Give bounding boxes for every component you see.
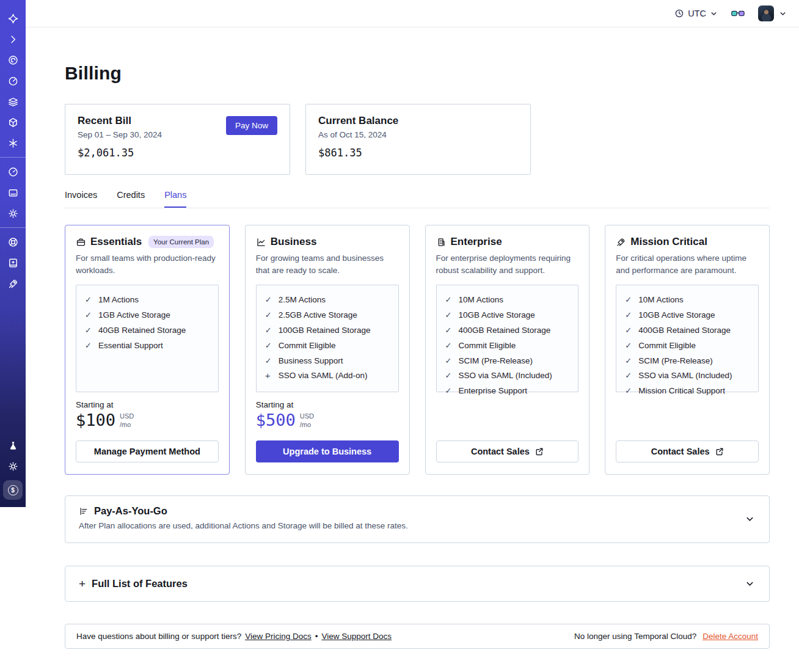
full-features-accordion[interactable]: + Full List of Features	[65, 566, 770, 602]
check-icon: ✓	[445, 341, 453, 351]
plan-feature: ✓ SSO via SAML (Included)	[625, 371, 750, 381]
plan-feature: ✓ 10GB Active Storage	[625, 310, 750, 321]
sidebar-item-billing-active[interactable]: $	[3, 480, 23, 500]
labs-flask-icon[interactable]	[0, 435, 26, 456]
docs-book-icon[interactable]	[0, 252, 26, 273]
tab-credits[interactable]: Credits	[117, 190, 145, 208]
plan-feature-list: ✓ 10M Actions ✓ 10GB Active Storage ✓ 40…	[616, 285, 759, 392]
billing-panel-icon[interactable]	[0, 182, 26, 203]
check-icon: ✓	[445, 356, 453, 367]
plan-header: Essentials Your Current Plan	[76, 236, 219, 248]
plan-price-amount: $100	[76, 411, 115, 429]
recent-bill-card: Recent Bill Sep 01 – Sep 30, 2024 $2,061…	[65, 104, 290, 175]
view-pricing-docs-link[interactable]: View Pricing Docs	[245, 632, 312, 641]
payg-accordion[interactable]: Pay-As-You-Go After Plan allocations are…	[65, 495, 770, 543]
plan-feature-list: ✓ 1M Actions ✓ 1GB Active Storage ✓ 40GB…	[76, 285, 219, 392]
pay-now-button[interactable]: Pay Now	[226, 116, 277, 135]
usage-gauge-icon[interactable]	[0, 161, 26, 182]
plan-name: Enterprise	[451, 236, 502, 248]
support-lifebuoy-icon[interactable]	[0, 232, 26, 252]
current-plan-badge: Your Current Plan	[148, 236, 214, 248]
check-icon: ✓	[625, 371, 633, 381]
plan-feature: ✓ Enterprise Support	[445, 386, 570, 396]
user-menu[interactable]	[758, 5, 787, 21]
plan-card-business: Business For growing teams and businesse…	[245, 225, 410, 475]
namespaces-icon[interactable]	[0, 49, 26, 70]
check-icon: ✓	[625, 356, 633, 367]
check-icon: ✓	[265, 356, 273, 367]
plan-feature: ✓ SSO via SAML (Included)	[445, 371, 570, 381]
check-icon: ✓	[85, 341, 93, 351]
theme-sun-icon[interactable]	[0, 456, 26, 477]
footer-bar: Have questions about billing or support …	[65, 624, 770, 649]
clock-icon	[674, 9, 684, 18]
bar-chart-icon	[79, 506, 89, 516]
plan-feature: ✓ 10M Actions	[445, 295, 570, 305]
check-icon: ✓	[85, 295, 93, 305]
plan-price-block: Starting at $100 USD /mo	[76, 400, 219, 429]
plan-price-unit: USD /mo	[300, 412, 314, 429]
building-icon	[436, 237, 447, 247]
plan-description: For enterprise deployments requiring rob…	[436, 252, 579, 277]
view-support-docs-link[interactable]: View Support Docs	[321, 632, 392, 641]
getting-started-rocket-icon[interactable]	[0, 273, 26, 294]
check-icon: ✓	[625, 386, 633, 396]
plan-description: For growing teams and businesses that ar…	[256, 252, 399, 277]
plan-card-mission-critical: Mission Critical For critical operations…	[605, 225, 770, 475]
app-sidebar: $	[0, 0, 26, 507]
expand-sidebar-icon[interactable]	[0, 29, 26, 49]
current-balance-card: Current Balance As of Oct 15, 2024 $861.…	[305, 104, 531, 175]
contact-sales-button[interactable]: Contact Sales	[616, 440, 759, 462]
deployments-cube-icon[interactable]	[0, 112, 26, 133]
plans-row: Essentials Your Current Plan For small t…	[65, 225, 770, 475]
timezone-label: UTC	[688, 9, 706, 18]
glasses-icon[interactable]	[731, 9, 745, 18]
plan-feature: ✓ SCIM (Pre-Release)	[625, 356, 750, 367]
external-link-icon	[715, 447, 724, 456]
tab-plans[interactable]: Plans	[164, 190, 186, 208]
plan-description: For critical operations where uptime and…	[616, 252, 759, 277]
plan-feature: + SSO via SAML (Add-on)	[265, 371, 390, 381]
plan-feature-list: ✓ 10M Actions ✓ 10GB Active Storage ✓ 40…	[436, 285, 579, 392]
check-icon: ✓	[625, 341, 633, 351]
plan-name: Business	[271, 236, 317, 248]
chevron-down-icon	[779, 10, 787, 18]
manage-payment-method-button[interactable]: Manage Payment Method	[76, 440, 219, 462]
top-header: UTC	[26, 0, 799, 27]
plan-feature: ✓ Essential Support	[85, 341, 210, 351]
chevron-down-icon	[710, 10, 718, 18]
check-icon: ✓	[625, 295, 633, 305]
plan-feature: ✓ Business Support	[265, 356, 390, 367]
plus-icon: +	[265, 371, 273, 381]
check-icon: ✓	[265, 295, 273, 305]
footer-delete-area: No longer using Temporal Cloud? Delete A…	[574, 632, 758, 641]
contact-sales-button[interactable]: Contact Sales	[436, 440, 579, 462]
plan-feature: ✓ Commit Eligible	[445, 341, 570, 351]
check-icon: ✓	[265, 310, 273, 321]
check-icon: ✓	[445, 326, 453, 336]
plan-feature: ✓ 2.5GB Active Storage	[265, 310, 390, 321]
plan-header: Enterprise	[436, 236, 579, 248]
stack-layers-icon[interactable]	[0, 91, 26, 112]
tab-invoices[interactable]: Invoices	[65, 190, 97, 208]
timezone-selector[interactable]: UTC	[674, 9, 718, 18]
plan-card-enterprise: Enterprise For enterprise deployments re…	[425, 225, 590, 475]
chevron-down-icon[interactable]	[745, 515, 754, 524]
schedules-icon[interactable]	[0, 70, 26, 91]
nexus-asterisk-icon[interactable]	[0, 133, 26, 153]
plan-feature: ✓ 1M Actions	[85, 295, 210, 305]
external-link-icon	[535, 447, 544, 456]
plan-feature: ✓ 400GB Retained Storage	[445, 326, 570, 336]
chevron-down-icon[interactable]	[745, 579, 754, 588]
settings-gear-icon[interactable]	[0, 203, 26, 224]
delete-account-link[interactable]: Delete Account	[702, 632, 758, 641]
plan-price-amount: $500	[256, 411, 296, 429]
plan-price-block: Starting at $500 USD /mo	[256, 400, 399, 429]
plan-card-essentials: Essentials Your Current Plan For small t…	[65, 225, 230, 475]
starting-at-label: Starting at	[76, 400, 219, 409]
sidebar-bottom-group: $	[0, 435, 26, 507]
upgrade-to-business-button[interactable]: Upgrade to Business	[256, 440, 399, 462]
temporal-logo-icon[interactable]	[0, 8, 26, 29]
starting-at-label: Starting at	[256, 400, 399, 409]
plan-feature: ✓ 100GB Retained Storage	[265, 326, 390, 336]
